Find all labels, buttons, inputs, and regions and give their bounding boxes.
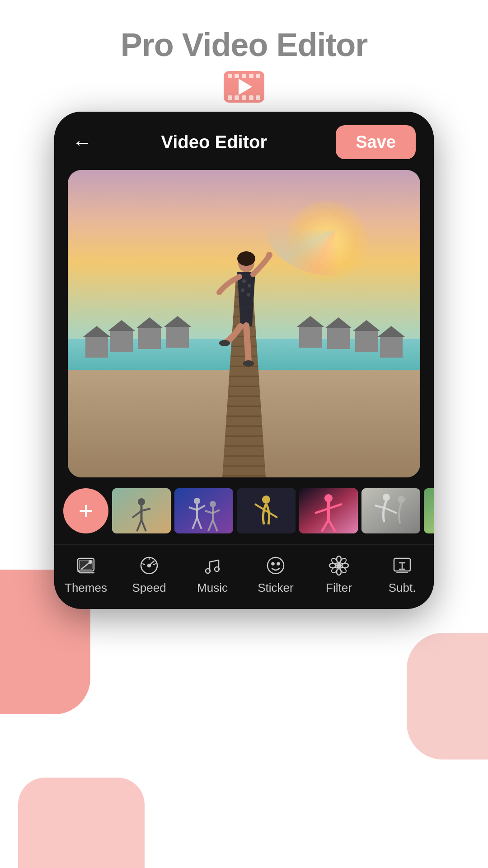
svg-point-53: [89, 561, 92, 563]
film-dot: [256, 74, 260, 78]
svg-point-30: [262, 495, 270, 504]
app-icon-wrapper: [0, 71, 488, 103]
app-header: Pro Video Editor: [0, 0, 488, 112]
scene-rainbow: [267, 185, 403, 276]
svg-point-23: [210, 501, 216, 507]
bg-wave-bottom-left: [18, 778, 145, 868]
svg-point-4: [241, 288, 244, 292]
film-dot: [249, 95, 253, 100]
svg-line-59: [143, 564, 145, 565]
speed-icon: [137, 554, 161, 577]
back-button[interactable]: ←: [72, 132, 92, 152]
phone-top-bar: ← Video Editor Save: [54, 112, 434, 170]
thumbnail-5[interactable]: [361, 488, 420, 533]
film-dot: [249, 74, 253, 78]
svg-point-8: [219, 340, 230, 346]
hut: [299, 325, 322, 348]
music-icon: [201, 554, 224, 577]
nav-item-speed[interactable]: Speed: [117, 554, 181, 595]
bottom-nav: Themes Speed: [54, 544, 434, 606]
subtitle-icon: [390, 554, 414, 577]
subtitle-label: Subt.: [389, 581, 416, 595]
svg-point-2: [242, 279, 246, 283]
svg-point-3: [248, 284, 251, 288]
thumbnail-3[interactable]: [237, 488, 296, 533]
sticker-label: Sticker: [258, 581, 293, 595]
film-dot: [235, 95, 239, 100]
svg-point-62: [267, 557, 284, 574]
speed-label: Speed: [132, 581, 166, 595]
svg-rect-16: [174, 488, 233, 533]
save-button[interactable]: Save: [336, 125, 416, 159]
phone-mockup: ← Video Editor Save: [54, 112, 434, 609]
film-dots-top: [224, 74, 264, 78]
hut: [355, 329, 378, 352]
hut: [110, 329, 133, 352]
video-preview: [68, 170, 420, 477]
thumbnail-strip: +: [54, 477, 434, 544]
themes-icon: [74, 554, 98, 577]
sticker-icon: [264, 554, 287, 577]
svg-point-34: [324, 494, 333, 502]
bg-wave-right: [407, 633, 488, 760]
svg-line-58: [154, 564, 155, 565]
add-clip-button[interactable]: +: [63, 488, 108, 533]
svg-rect-44: [424, 488, 434, 533]
svg-point-17: [194, 498, 200, 504]
svg-point-63: [272, 563, 274, 565]
music-label: Music: [197, 581, 228, 595]
svg-point-40: [383, 494, 390, 501]
thumbnail-2[interactable]: [174, 488, 233, 533]
film-dot: [242, 74, 246, 78]
nav-item-sticker[interactable]: Sticker: [244, 554, 307, 595]
nav-item-themes[interactable]: Themes: [54, 554, 117, 595]
nav-item-subtitle[interactable]: Subt.: [371, 554, 434, 595]
app-title: Pro Video Editor: [0, 27, 488, 63]
hut: [85, 335, 108, 358]
film-dot: [228, 74, 232, 78]
film-dot: [256, 95, 260, 100]
svg-point-65: [336, 563, 342, 568]
play-triangle-icon: [239, 79, 252, 95]
nav-item-filter[interactable]: Filter: [307, 554, 371, 595]
svg-point-64: [277, 563, 280, 565]
screen-title: Video Editor: [161, 132, 267, 152]
dancer-figure: [212, 250, 276, 385]
themes-label: Themes: [65, 581, 107, 595]
filter-icon: [327, 554, 351, 577]
svg-point-10: [138, 498, 145, 505]
film-dot: [242, 95, 246, 100]
svg-point-1: [237, 251, 255, 266]
thumbnail-4[interactable]: [299, 488, 358, 533]
film-dots-bottom: [224, 95, 264, 100]
hut: [380, 335, 403, 358]
thumbnail-1[interactable]: [112, 488, 171, 533]
svg-point-7: [243, 360, 254, 367]
hut: [138, 326, 161, 349]
thumbnail-6[interactable]: [424, 488, 434, 533]
nav-item-music[interactable]: Music: [181, 554, 244, 595]
svg-point-43: [398, 496, 405, 503]
video-canvas: [68, 170, 420, 477]
hut: [166, 325, 189, 348]
film-dot: [235, 74, 239, 78]
video-play-icon: [224, 71, 264, 103]
svg-point-5: [247, 293, 250, 297]
filter-label: Filter: [326, 581, 352, 595]
hut: [327, 326, 350, 349]
film-dot: [228, 95, 232, 100]
svg-point-6: [266, 252, 272, 258]
